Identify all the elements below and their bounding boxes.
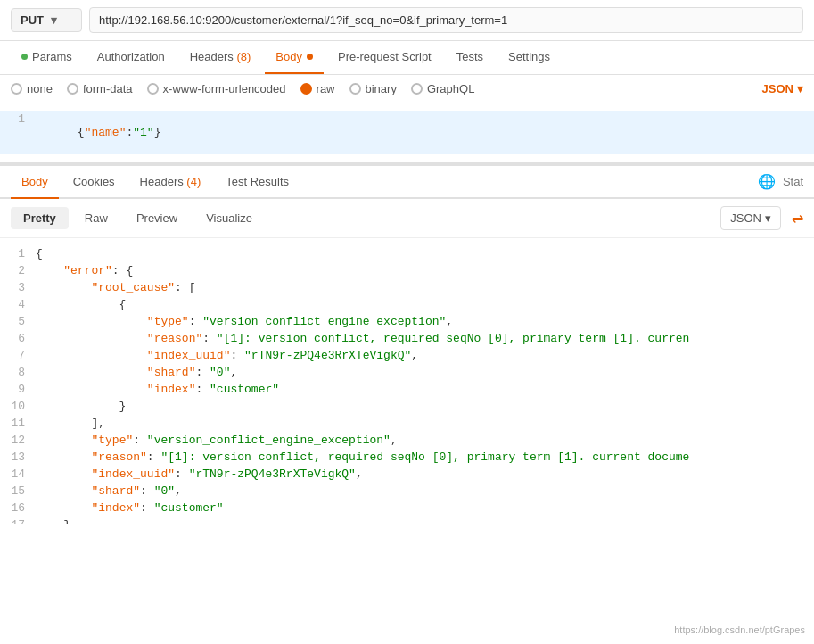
resp-format-bar: Pretty Raw Preview Visualize JSON ▾ ⇌ [0,199,814,238]
tab-pre-request[interactable]: Pre-request Script [327,41,442,74]
tab-tests[interactable]: Tests [446,41,494,74]
graphql-label: GraphQL [427,82,474,95]
resp-line-2: 2 "error": { [0,262,814,279]
option-urlencoded[interactable]: x-www-form-urlencoded [147,82,286,95]
option-none[interactable]: none [11,82,53,95]
resp-line-num: 1 [0,247,36,260]
resp-line-num: 8 [0,366,36,379]
response-section: Body Cookies Headers (4) Test Results 🌐 … [0,166,814,524]
response-body: 1{2 "error": {3 "root_cause": [4 {5 "typ… [0,238,814,524]
resp-line-num: 12 [0,433,36,447]
resp-format-visualize[interactable]: Visualize [193,207,265,229]
req-line-num-1: 1 [0,112,36,126]
resp-body-label: Body [21,175,48,188]
method-selector[interactable]: PUT ▾ [11,8,82,32]
resp-test-results-label: Test Results [226,175,289,188]
raw-label-resp: Raw [85,211,108,225]
visualize-label: Visualize [206,211,252,225]
tab-settings-label: Settings [508,50,550,63]
resp-line-num: 11 [0,417,36,430]
resp-line-num: 6 [0,332,36,345]
option-binary[interactable]: binary [349,82,397,95]
tab-pre-request-label: Pre-request Script [338,50,432,63]
resp-line-content: "root_cause": [ [36,281,195,294]
tab-headers-label: Headers (8) [190,50,251,63]
url-input[interactable] [89,7,803,33]
tab-params[interactable]: Params [11,41,83,74]
params-dot [21,54,28,60]
resp-format-pretty[interactable]: Pretty [11,207,69,229]
pretty-label: Pretty [23,211,56,225]
json-format-dropdown[interactable]: JSON ▾ [762,82,803,95]
graphql-radio [411,83,423,95]
resp-line-num: 2 [0,264,36,277]
resp-line-content: "error": { [36,264,133,277]
resp-line-content: "type": "version_conflict_engine_excepti… [36,315,453,328]
resp-line-11: 11 ], [0,415,814,432]
request-tabs: Params Authorization Headers (8) Body Pr… [0,41,814,75]
request-body-editor[interactable]: 1 {"name":"1"} [0,103,814,166]
resp-line-content: { [36,247,43,260]
tab-tests-label: Tests [456,50,483,63]
wrap-icon[interactable]: ⇌ [792,210,803,227]
req-line-content-1: {"name":"1"} [36,112,160,153]
resp-line-16: 16 "index": "customer" [0,500,814,516]
resp-line-10: 10 } [0,398,814,415]
tab-body[interactable]: Body [265,41,324,74]
resp-headers-label: Headers (4) [140,175,201,188]
resp-line-9: 9 "index": "customer" [0,381,814,398]
resp-line-num: 5 [0,315,36,328]
resp-line-num: 7 [0,349,36,362]
resp-line-3: 3 "root_cause": [ [0,279,814,296]
resp-line-num: 16 [0,501,36,515]
resp-tab-body[interactable]: Body [11,166,59,199]
resp-json-chevron: ▾ [765,211,771,225]
none-label: none [27,82,53,95]
raw-radio [300,83,312,95]
tab-headers[interactable]: Headers (8) [179,41,262,74]
resp-line-content: "index": "customer" [36,383,279,396]
url-bar: PUT ▾ [0,0,814,41]
raw-label: raw [317,82,335,95]
resp-line-content: ], [36,417,105,430]
resp-line-content: "index_uuid": "rTN9r-zPQ4e3RrXTeVigkQ", [36,349,418,362]
option-form-data[interactable]: form-data [67,82,133,95]
resp-line-13: 13 "reason": "[1]: version conflict, req… [0,449,814,466]
resp-line-14: 14 "index_uuid": "rTN9r-zPQ4e3RrXTeVigkQ… [0,466,814,483]
response-tabs: Body Cookies Headers (4) Test Results 🌐 … [0,166,814,199]
resp-line-7: 7 "index_uuid": "rTN9r-zPQ4e3RrXTeVigkQ"… [0,347,814,364]
json-format-label: JSON [762,82,793,95]
resp-cookies-label: Cookies [73,175,115,188]
method-chevron: ▾ [51,13,57,27]
option-graphql[interactable]: GraphQL [411,82,474,95]
resp-line-15: 15 "shard": "0", [0,483,814,500]
resp-line-num: 4 [0,298,36,311]
resp-line-content: } [36,400,126,413]
tab-body-label: Body [275,50,302,63]
resp-line-num: 3 [0,281,36,294]
tab-authorization-label: Authorization [97,50,165,63]
form-data-label: form-data [83,82,133,95]
resp-tab-test-results[interactable]: Test Results [215,166,300,199]
resp-right-actions: 🌐 Stat [758,173,803,190]
tab-settings[interactable]: Settings [497,41,561,74]
resp-line-num: 10 [0,400,36,413]
resp-json-label: JSON [730,211,761,225]
tab-authorization[interactable]: Authorization [86,41,176,74]
resp-tab-headers[interactable]: Headers (4) [129,166,212,199]
binary-label: binary [366,82,397,95]
resp-tab-cookies[interactable]: Cookies [62,166,126,199]
resp-line-6: 6 "reason": "[1]: version conflict, requ… [0,330,814,347]
resp-line-content: "reason": "[1]: version conflict, requir… [36,450,689,464]
body-options-bar: none form-data x-www-form-urlencoded raw… [0,75,814,103]
resp-line-num: 13 [0,450,36,464]
urlencoded-label: x-www-form-urlencoded [163,82,286,95]
resp-format-preview[interactable]: Preview [124,207,190,229]
resp-json-dropdown[interactable]: JSON ▾ [720,206,781,230]
option-raw[interactable]: raw [300,82,335,95]
resp-line-content: "type": "version_conflict_engine_excepti… [36,433,398,447]
resp-format-raw[interactable]: Raw [72,207,120,229]
resp-line-content: "index_uuid": "rTN9r-zPQ4e3RrXTeVigkQ", [36,467,363,481]
resp-line-content: "reason": "[1]: version conflict, requir… [36,332,689,345]
resp-line-num: 9 [0,383,36,396]
